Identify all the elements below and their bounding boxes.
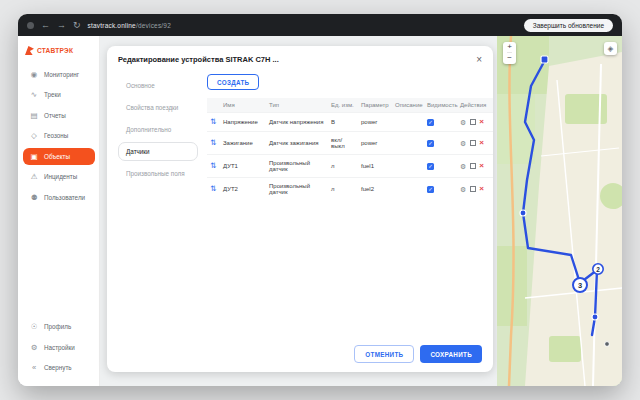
visibility-checkbox[interactable]: ✓ <box>427 140 434 147</box>
browser-toolbar: ← → ↻ stavtrack.online/devices/92 Заверш… <box>18 14 622 36</box>
column-header-visibility: Видимость <box>424 98 457 113</box>
sidebar-item-tracks[interactable]: ∿ Треки <box>23 86 95 104</box>
sidebar-item-objects[interactable]: ▣ Объекты <box>23 148 95 166</box>
zoom-out-button[interactable]: − <box>507 53 512 64</box>
cell-unit: В <box>328 113 358 132</box>
sidebar-item-users[interactable]: ⚉ Пользователи <box>23 189 95 207</box>
cell-description <box>392 178 424 201</box>
route-point-dot[interactable] <box>520 210 526 216</box>
sidebar: СТАВТРЭК ◉ Мониторинг ∿ Треки ▤ Отчеты ◇… <box>18 36 100 386</box>
map-layers-button[interactable]: ◈ <box>604 42 617 55</box>
sensors-table: Имя Тип Ед. изм. Параметр Описание Видим… <box>207 98 493 200</box>
app-shell: СТАВТРЭК ◉ Мониторинг ∿ Треки ▤ Отчеты ◇… <box>18 36 622 386</box>
gear-icon[interactable]: ⚙ <box>460 186 466 193</box>
users-icon: ⚉ <box>29 194 39 202</box>
row-actions: ⚙ × <box>460 185 490 193</box>
modal-body: Основное Свойства поездки Дополнительно … <box>118 74 482 337</box>
sidebar-item-label: Профиль <box>44 323 71 330</box>
column-header-description: Описание <box>392 98 424 113</box>
cell-param: power <box>358 113 392 132</box>
table-header-row: Имя Тип Ед. изм. Параметр Описание Видим… <box>207 98 493 113</box>
sidebar-item-incidents[interactable]: ⚠ Инциденты <box>23 168 95 186</box>
delete-icon[interactable]: × <box>479 139 484 147</box>
zoom-in-button[interactable]: + <box>507 42 512 53</box>
sidebar-item-settings[interactable]: ⚙ Настройки <box>23 339 95 357</box>
reports-icon: ▤ <box>29 112 39 120</box>
copy-icon[interactable] <box>470 186 476 192</box>
delete-icon[interactable]: × <box>479 162 484 170</box>
settings-icon: ⚙ <box>29 344 39 352</box>
sidebar-item-monitoring[interactable]: ◉ Мониторинг <box>23 66 95 84</box>
table-row: ⇅ ДУТ2 Произвольный датчик л fuel2 ✓ ⚙ <box>207 178 493 201</box>
logo[interactable]: СТАВТРЭК <box>18 43 100 64</box>
copy-icon[interactable] <box>470 140 476 146</box>
visibility-checkbox[interactable]: ✓ <box>427 119 434 126</box>
copy-icon[interactable] <box>470 119 476 125</box>
create-button[interactable]: СОЗДАТЬ <box>207 74 259 90</box>
delete-icon[interactable]: × <box>479 185 484 193</box>
sidebar-item-profile[interactable]: ☉ Профиль <box>23 318 95 336</box>
column-header-actions: Действия <box>457 98 493 113</box>
map-marker-cluster-3[interactable]: 3 <box>573 278 587 292</box>
visibility-checkbox[interactable]: ✓ <box>427 163 434 170</box>
sidebar-item-geozones[interactable]: ◇ Геозоны <box>23 127 95 145</box>
logo-icon <box>25 46 34 55</box>
close-icon[interactable]: × <box>476 55 482 65</box>
visibility-checkbox[interactable]: ✓ <box>427 186 434 193</box>
modal-header: Редактирование устройства SITRAK C7H ...… <box>118 55 482 65</box>
drag-handle-icon[interactable]: ⇅ <box>210 161 216 170</box>
cell-param: fuel1 <box>358 155 392 178</box>
forward-icon[interactable]: → <box>57 21 66 30</box>
delete-icon[interactable]: × <box>479 118 484 126</box>
column-header-param: Параметр <box>358 98 392 113</box>
cell-unit: вкл/выкл <box>328 132 358 155</box>
back-icon[interactable]: ← <box>41 21 50 30</box>
cell-description <box>392 113 424 132</box>
drag-handle-icon[interactable]: ⇅ <box>210 117 216 126</box>
modal-title: Редактирование устройства SITRAK C7H ... <box>118 55 279 64</box>
gear-icon[interactable]: ⚙ <box>460 140 466 147</box>
tab-main[interactable]: Основное <box>118 76 198 95</box>
gear-icon[interactable]: ⚙ <box>460 163 466 170</box>
edit-device-modal: Редактирование устройства SITRAK C7H ...… <box>107 46 493 372</box>
cell-param: power <box>358 132 392 155</box>
sidebar-item-label: Свернуть <box>44 364 72 371</box>
tab-additional[interactable]: Дополнительно <box>118 120 198 139</box>
tracks-icon: ∿ <box>29 91 39 99</box>
column-header-unit: Ед. изм. <box>328 98 358 113</box>
cell-name: ДУТ2 <box>220 178 266 201</box>
map-canvas: 2 3 <box>497 36 622 386</box>
cell-name: Зажигание <box>220 132 266 155</box>
save-button[interactable]: СОХРАНИТЬ <box>420 345 482 363</box>
cell-param: fuel2 <box>358 178 392 201</box>
tab-trip-properties[interactable]: Свойства поездки <box>118 98 198 117</box>
map[interactable]: 2 3 + − ◈ <box>497 36 622 386</box>
route-point-dot[interactable] <box>592 314 598 320</box>
tab-sensors[interactable]: Датчики <box>118 142 198 161</box>
copy-icon[interactable] <box>470 163 476 169</box>
tab-custom-fields[interactable]: Произвольные поля <box>118 164 198 183</box>
drag-handle-icon[interactable]: ⇅ <box>210 138 216 147</box>
sidebar-item-label: Объекты <box>44 153 70 160</box>
logo-text: СТАВТРЭК <box>37 47 73 54</box>
cell-unit: л <box>328 178 358 201</box>
address-bar[interactable]: stavtrack.online/devices/92 <box>88 22 171 29</box>
window-control-dot[interactable] <box>27 22 34 29</box>
cell-name: Напряжение <box>220 113 266 132</box>
reload-icon[interactable]: ↻ <box>73 21 81 30</box>
cancel-button[interactable]: ОТМЕНИТЬ <box>354 345 414 363</box>
map-marker-2[interactable]: 2 <box>593 264 603 274</box>
svg-text:3: 3 <box>578 281 582 290</box>
gear-icon[interactable]: ⚙ <box>460 119 466 126</box>
route-start-marker[interactable] <box>541 56 548 63</box>
incidents-icon: ⚠ <box>29 173 39 181</box>
cell-type: Произвольный датчик <box>266 155 328 178</box>
sidebar-item-label: Инциденты <box>44 173 77 180</box>
finish-update-button[interactable]: Завершить обновление <box>524 19 613 32</box>
sidebar-item-reports[interactable]: ▤ Отчеты <box>23 107 95 125</box>
map-poi-dot[interactable] <box>605 342 610 347</box>
sidebar-item-label: Пользователи <box>44 194 85 201</box>
profile-icon: ☉ <box>29 323 39 331</box>
sidebar-item-collapse[interactable]: « Свернуть <box>23 359 95 377</box>
drag-handle-icon[interactable]: ⇅ <box>210 184 216 193</box>
